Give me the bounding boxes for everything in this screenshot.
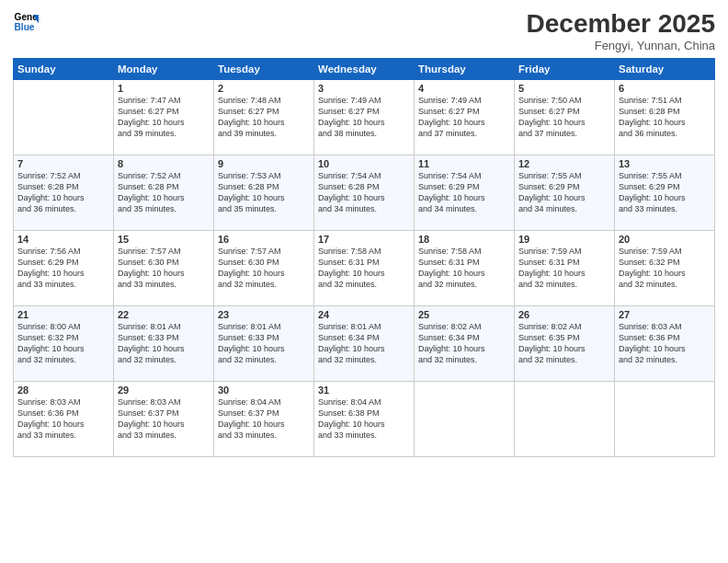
day-number: 18 (418, 234, 510, 245)
day-number: 16 (218, 234, 310, 245)
svg-text:Blue: Blue (15, 22, 35, 32)
day-info: Sunrise: 8:03 AM Sunset: 6:37 PM Dayligh… (118, 396, 210, 442)
day-info: Sunrise: 7:54 AM Sunset: 6:28 PM Dayligh… (318, 170, 410, 215)
day-info: Sunrise: 8:01 AM Sunset: 6:34 PM Dayligh… (318, 321, 410, 366)
day-number: 14 (17, 234, 109, 245)
location: Fengyi, Yunnan, China (527, 39, 715, 52)
day-info: Sunrise: 8:01 AM Sunset: 6:33 PM Dayligh… (218, 321, 310, 366)
logo-icon: General Blue (13, 9, 39, 35)
day-cell: 16Sunrise: 7:57 AM Sunset: 6:30 PM Dayli… (214, 231, 314, 306)
day-number: 29 (118, 385, 210, 396)
day-info: Sunrise: 7:49 AM Sunset: 6:27 PM Dayligh… (318, 95, 410, 140)
day-cell: 5Sunrise: 7:50 AM Sunset: 6:27 PM Daylig… (515, 80, 615, 155)
day-info: Sunrise: 7:59 AM Sunset: 6:32 PM Dayligh… (619, 246, 711, 291)
day-number: 4 (418, 83, 510, 94)
header: General Blue December 2025 Fengyi, Yunna… (13, 9, 715, 52)
day-cell: 19Sunrise: 7:59 AM Sunset: 6:31 PM Dayli… (515, 231, 615, 306)
day-info: Sunrise: 7:58 AM Sunset: 6:31 PM Dayligh… (418, 246, 510, 291)
day-number: 30 (218, 385, 310, 396)
day-info: Sunrise: 7:55 AM Sunset: 6:29 PM Dayligh… (518, 170, 610, 215)
day-number: 7 (17, 158, 109, 169)
day-number: 27 (619, 309, 711, 320)
day-info: Sunrise: 7:53 AM Sunset: 6:28 PM Dayligh… (218, 170, 310, 215)
day-number: 28 (17, 385, 109, 396)
day-cell: 11Sunrise: 7:54 AM Sunset: 6:29 PM Dayli… (415, 155, 515, 231)
day-cell: 30Sunrise: 8:04 AM Sunset: 6:37 PM Dayli… (214, 382, 314, 457)
day-cell: 22Sunrise: 8:01 AM Sunset: 6:33 PM Dayli… (114, 306, 214, 382)
day-info: Sunrise: 7:52 AM Sunset: 6:28 PM Dayligh… (17, 170, 109, 215)
day-info: Sunrise: 8:02 AM Sunset: 6:35 PM Dayligh… (518, 321, 610, 366)
day-info: Sunrise: 8:00 AM Sunset: 6:32 PM Dayligh… (17, 321, 109, 366)
day-cell: 31Sunrise: 8:04 AM Sunset: 6:38 PM Dayli… (314, 382, 415, 457)
day-cell: 7Sunrise: 7:52 AM Sunset: 6:28 PM Daylig… (14, 155, 114, 231)
day-number: 15 (118, 234, 210, 245)
week-row-4: 21Sunrise: 8:00 AM Sunset: 6:32 PM Dayli… (14, 306, 715, 382)
day-number: 13 (619, 158, 711, 169)
week-row-5: 28Sunrise: 8:03 AM Sunset: 6:36 PM Dayli… (14, 382, 715, 457)
day-number: 25 (418, 309, 510, 320)
header-row: Sunday Monday Tuesday Wednesday Thursday… (14, 59, 715, 80)
day-info: Sunrise: 7:55 AM Sunset: 6:29 PM Dayligh… (619, 170, 711, 215)
day-cell: 2Sunrise: 7:48 AM Sunset: 6:27 PM Daylig… (214, 80, 314, 155)
day-number: 11 (418, 158, 510, 169)
day-number: 26 (518, 309, 610, 320)
day-number: 1 (118, 83, 210, 94)
day-cell: 23Sunrise: 8:01 AM Sunset: 6:33 PM Dayli… (214, 306, 314, 382)
calendar-body: 1Sunrise: 7:47 AM Sunset: 6:27 PM Daylig… (14, 80, 715, 457)
week-row-3: 14Sunrise: 7:56 AM Sunset: 6:29 PM Dayli… (14, 231, 715, 306)
day-number: 12 (518, 158, 610, 169)
day-number: 9 (218, 158, 310, 169)
day-number: 10 (318, 158, 410, 169)
day-info: Sunrise: 7:51 AM Sunset: 6:28 PM Dayligh… (619, 95, 711, 140)
day-cell (14, 80, 114, 155)
title-block: December 2025 Fengyi, Yunnan, China (527, 9, 715, 52)
day-number: 19 (518, 234, 610, 245)
day-cell: 25Sunrise: 8:02 AM Sunset: 6:34 PM Dayli… (415, 306, 515, 382)
day-number: 21 (17, 309, 109, 320)
day-cell: 15Sunrise: 7:57 AM Sunset: 6:30 PM Dayli… (114, 231, 214, 306)
day-number: 3 (318, 83, 410, 94)
day-cell: 17Sunrise: 7:58 AM Sunset: 6:31 PM Dayli… (314, 231, 415, 306)
col-thursday: Thursday (415, 59, 515, 80)
day-info: Sunrise: 7:54 AM Sunset: 6:29 PM Dayligh… (418, 170, 510, 215)
day-cell: 14Sunrise: 7:56 AM Sunset: 6:29 PM Dayli… (14, 231, 114, 306)
day-cell (415, 382, 515, 457)
day-cell: 8Sunrise: 7:52 AM Sunset: 6:28 PM Daylig… (114, 155, 214, 231)
day-cell: 28Sunrise: 8:03 AM Sunset: 6:36 PM Dayli… (14, 382, 114, 457)
day-info: Sunrise: 7:48 AM Sunset: 6:27 PM Dayligh… (218, 95, 310, 140)
day-cell: 29Sunrise: 8:03 AM Sunset: 6:37 PM Dayli… (114, 382, 214, 457)
day-cell: 10Sunrise: 7:54 AM Sunset: 6:28 PM Dayli… (314, 155, 415, 231)
day-info: Sunrise: 8:04 AM Sunset: 6:37 PM Dayligh… (218, 396, 310, 442)
day-cell: 12Sunrise: 7:55 AM Sunset: 6:29 PM Dayli… (515, 155, 615, 231)
day-number: 23 (218, 309, 310, 320)
month-title: December 2025 (527, 9, 715, 39)
day-number: 31 (318, 385, 410, 396)
day-cell (515, 382, 615, 457)
day-cell: 4Sunrise: 7:49 AM Sunset: 6:27 PM Daylig… (415, 80, 515, 155)
day-number: 8 (118, 158, 210, 169)
day-number: 6 (619, 83, 711, 94)
day-number: 20 (619, 234, 711, 245)
day-info: Sunrise: 7:56 AM Sunset: 6:29 PM Dayligh… (17, 246, 109, 291)
day-info: Sunrise: 8:03 AM Sunset: 6:36 PM Dayligh… (17, 396, 109, 442)
day-cell: 18Sunrise: 7:58 AM Sunset: 6:31 PM Dayli… (415, 231, 515, 306)
day-info: Sunrise: 8:03 AM Sunset: 6:36 PM Dayligh… (619, 321, 711, 366)
day-cell: 1Sunrise: 7:47 AM Sunset: 6:27 PM Daylig… (114, 80, 214, 155)
day-cell: 3Sunrise: 7:49 AM Sunset: 6:27 PM Daylig… (314, 80, 415, 155)
day-number: 2 (218, 83, 310, 94)
day-number: 22 (118, 309, 210, 320)
col-friday: Friday (515, 59, 615, 80)
day-info: Sunrise: 8:04 AM Sunset: 6:38 PM Dayligh… (318, 396, 410, 442)
calendar-table: Sunday Monday Tuesday Wednesday Thursday… (13, 58, 715, 457)
day-info: Sunrise: 7:58 AM Sunset: 6:31 PM Dayligh… (318, 246, 410, 291)
day-cell: 13Sunrise: 7:55 AM Sunset: 6:29 PM Dayli… (615, 155, 715, 231)
calendar-page: General Blue December 2025 Fengyi, Yunna… (0, 0, 728, 563)
week-row-2: 7Sunrise: 7:52 AM Sunset: 6:28 PM Daylig… (14, 155, 715, 231)
day-info: Sunrise: 8:02 AM Sunset: 6:34 PM Dayligh… (418, 321, 510, 366)
col-tuesday: Tuesday (214, 59, 314, 80)
col-wednesday: Wednesday (314, 59, 415, 80)
day-info: Sunrise: 7:52 AM Sunset: 6:28 PM Dayligh… (118, 170, 210, 215)
col-monday: Monday (114, 59, 214, 80)
day-info: Sunrise: 7:47 AM Sunset: 6:27 PM Dayligh… (118, 95, 210, 140)
day-cell: 20Sunrise: 7:59 AM Sunset: 6:32 PM Dayli… (615, 231, 715, 306)
